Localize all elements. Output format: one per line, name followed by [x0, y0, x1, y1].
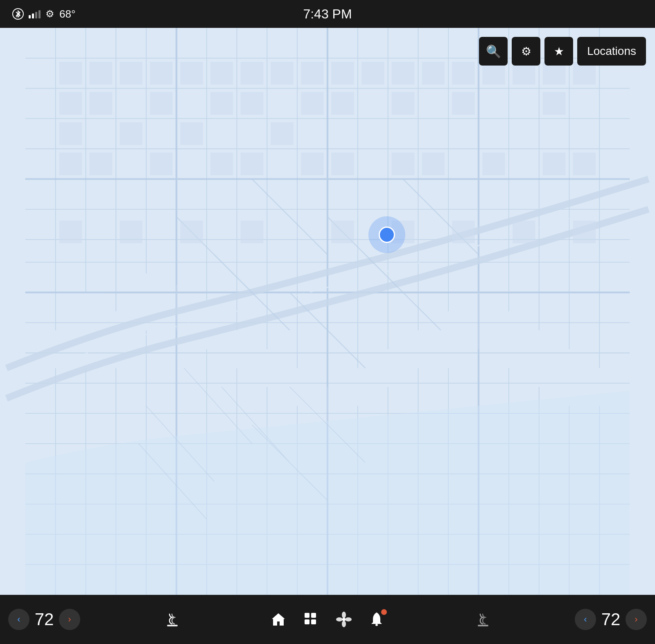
- svg-rect-92: [331, 92, 354, 115]
- current-location-indicator: [368, 216, 405, 253]
- settings-status-icon: ⚙: [45, 8, 54, 20]
- svg-rect-77: [150, 92, 172, 115]
- svg-rect-84: [59, 122, 82, 145]
- svg-rect-82: [241, 92, 263, 115]
- svg-rect-101: [59, 152, 82, 175]
- svg-rect-119: [452, 221, 474, 243]
- svg-rect-69: [59, 62, 82, 84]
- svg-rect-138: [375, 624, 378, 626]
- bottom-bar: ‹ 72 ›: [0, 595, 655, 644]
- left-seat-heat-icon[interactable]: [158, 611, 187, 628]
- right-temp-display: 72: [599, 610, 623, 629]
- svg-rect-87: [271, 122, 294, 145]
- right-temp-control: ‹ 72 ›: [575, 609, 647, 630]
- svg-rect-113: [59, 221, 82, 243]
- svg-rect-94: [452, 62, 474, 84]
- chevron-left-icon: ‹: [17, 614, 20, 625]
- svg-rect-121: [573, 221, 596, 243]
- svg-rect-130: [311, 613, 316, 618]
- svg-rect-100: [543, 92, 565, 115]
- svg-rect-117: [331, 221, 354, 243]
- favorites-button[interactable]: ★: [544, 37, 573, 66]
- map-settings-button[interactable]: ⚙: [512, 37, 540, 66]
- svg-rect-83: [301, 92, 323, 115]
- svg-rect-120: [513, 221, 535, 243]
- home-button[interactable]: [264, 611, 293, 628]
- signal-icon: [29, 9, 41, 18]
- chevron-right-icon: ›: [68, 614, 71, 625]
- svg-rect-99: [452, 92, 474, 115]
- left-temp-control: ‹ 72 ›: [8, 609, 80, 630]
- map-toolbar: 🔍 ⚙ ★ Locations: [479, 37, 646, 66]
- svg-point-136: [336, 617, 343, 621]
- svg-rect-131: [305, 619, 309, 624]
- temp-right-decrease-button[interactable]: ‹: [575, 609, 596, 630]
- chevron-right-icon-right: ›: [635, 614, 637, 625]
- search-button[interactable]: 🔍: [479, 37, 508, 66]
- svg-rect-75: [180, 62, 203, 84]
- svg-rect-112: [573, 152, 596, 175]
- svg-rect-90: [392, 62, 414, 84]
- svg-rect-105: [241, 152, 263, 175]
- svg-rect-89: [361, 62, 384, 84]
- center-nav-icons: [264, 611, 391, 628]
- svg-rect-79: [241, 62, 263, 84]
- svg-rect-70: [90, 62, 112, 84]
- svg-rect-108: [392, 152, 414, 175]
- star-icon: ★: [554, 45, 564, 58]
- svg-point-133: [342, 618, 346, 621]
- svg-rect-110: [482, 152, 505, 175]
- svg-rect-78: [210, 92, 233, 115]
- svg-rect-106: [301, 152, 323, 175]
- svg-rect-115: [180, 221, 203, 243]
- map-area[interactable]: 🔍 ⚙ ★ Locations: [0, 28, 655, 595]
- svg-rect-71: [120, 62, 142, 84]
- svg-rect-76: [210, 62, 233, 84]
- notification-button[interactable]: [362, 611, 391, 628]
- locations-label: Locations: [587, 45, 636, 58]
- svg-rect-103: [150, 152, 172, 175]
- right-seat-heat-icon[interactable]: [469, 611, 497, 628]
- temp-right-increase-button[interactable]: ›: [626, 609, 647, 630]
- svg-rect-74: [150, 62, 172, 84]
- temp-left-decrease-button[interactable]: ‹: [8, 609, 29, 630]
- svg-rect-86: [180, 122, 203, 145]
- svg-rect-104: [210, 152, 233, 175]
- svg-rect-72: [59, 92, 82, 115]
- gear-icon: ⚙: [521, 45, 531, 58]
- apps-button[interactable]: [297, 611, 325, 628]
- svg-rect-129: [305, 613, 309, 618]
- svg-rect-81: [301, 62, 323, 84]
- svg-rect-93: [392, 92, 414, 115]
- svg-rect-132: [311, 619, 316, 624]
- svg-rect-116: [241, 221, 263, 243]
- fan-button[interactable]: [330, 611, 358, 628]
- left-temp-display: 72: [32, 610, 56, 629]
- search-icon: 🔍: [486, 44, 501, 59]
- svg-rect-139: [478, 625, 488, 626]
- location-dot: [379, 227, 395, 243]
- status-bar: ⚙ 68° 7:43 PM: [0, 0, 655, 28]
- clock: 7:43 PM: [303, 7, 352, 22]
- svg-point-137: [345, 617, 352, 621]
- temp-left-increase-button[interactable]: ›: [59, 609, 80, 630]
- svg-rect-107: [331, 152, 354, 175]
- svg-rect-102: [90, 152, 112, 175]
- notification-badge: [381, 609, 387, 615]
- svg-rect-80: [271, 62, 294, 84]
- svg-point-135: [342, 621, 346, 627]
- svg-rect-85: [120, 122, 142, 145]
- svg-rect-111: [543, 152, 565, 175]
- chevron-left-icon-right: ‹: [584, 614, 587, 625]
- svg-rect-91: [422, 62, 445, 84]
- locations-button[interactable]: Locations: [577, 37, 646, 66]
- svg-rect-73: [90, 92, 112, 115]
- svg-rect-114: [120, 221, 142, 243]
- svg-point-134: [342, 612, 346, 618]
- map-svg: [0, 28, 655, 595]
- svg-rect-109: [422, 152, 445, 175]
- svg-rect-88: [331, 62, 354, 84]
- bluetooth-icon: [12, 8, 24, 20]
- svg-rect-128: [167, 625, 178, 626]
- temperature-display: 68°: [59, 8, 75, 20]
